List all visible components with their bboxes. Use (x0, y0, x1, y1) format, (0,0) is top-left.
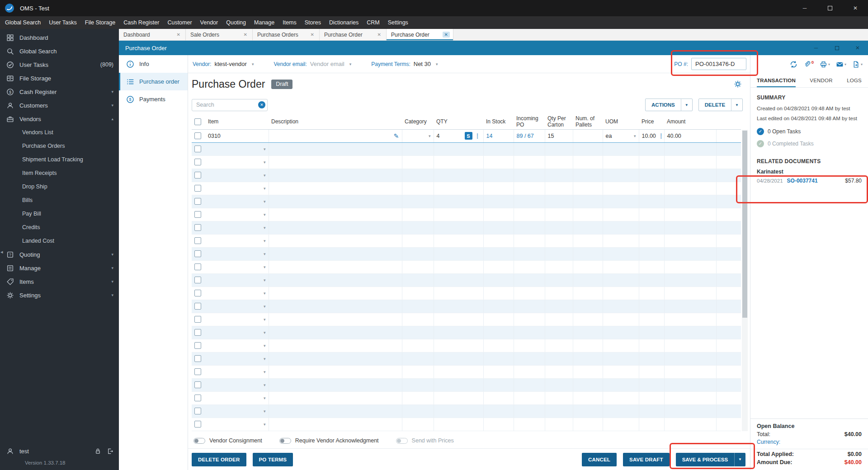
tab-close-icon[interactable]: ✕ (376, 32, 383, 38)
table-row[interactable]: ▾ (192, 195, 741, 208)
row-checkbox[interactable] (194, 329, 201, 336)
table-row[interactable]: ▾ (192, 378, 741, 391)
tab-transaction[interactable]: TRANSACTION (757, 73, 796, 87)
uom-cell[interactable]: ea▾ (603, 129, 639, 142)
menu-quoting[interactable]: Quoting (222, 16, 250, 29)
menu-dictionaries[interactable]: Dictionaries (325, 16, 363, 29)
row-checkbox[interactable] (194, 172, 201, 179)
export-icon[interactable]: ▾ (852, 61, 863, 68)
row-checkbox[interactable] (194, 185, 201, 192)
tab-close-icon[interactable]: ✕ (443, 32, 450, 38)
menu-global-search[interactable]: Global Search (1, 16, 45, 29)
vendor-select[interactable]: Vendor: ktest-vendor ▾ (193, 61, 254, 67)
gear-icon[interactable] (734, 80, 742, 88)
row-checkbox[interactable] (194, 316, 201, 323)
tab-purchase-order[interactable]: Purchase Order✕ (320, 29, 387, 40)
description-cell[interactable]: ✎ (269, 129, 402, 142)
menu-manage[interactable]: Manage (250, 16, 278, 29)
table-row[interactable]: ▾ (192, 234, 741, 247)
chevron-down-icon[interactable]: ▼ (681, 99, 692, 111)
nav-purchase-order[interactable]: Purchase order (119, 73, 188, 90)
table-row[interactable]: ▾ (192, 182, 741, 195)
menu-customer[interactable]: Customer (163, 16, 196, 29)
sidebar-collapse-handle[interactable]: ◂ (0, 249, 3, 255)
table-row[interactable]: ▾ (192, 287, 741, 300)
chevron-down-icon[interactable]: ▾ (264, 173, 266, 178)
sidebar-subitem-purchase-orders[interactable]: Purchase Orders (0, 139, 119, 153)
sidebar-item-file-storage[interactable]: File Storage (0, 71, 119, 85)
row-checkbox[interactable] (194, 408, 201, 414)
sync-icon[interactable] (790, 61, 797, 68)
chevron-down-icon[interactable]: ▾ (264, 186, 266, 191)
chevron-down-icon[interactable]: ▼ (731, 99, 742, 111)
open-tasks-row[interactable]: ✓ 0 Open Tasks (757, 128, 862, 135)
tab-close-icon[interactable]: ✕ (309, 32, 316, 38)
vertical-scrollbar[interactable] (742, 130, 748, 431)
chevron-down-icon[interactable]: ▾ (264, 330, 266, 335)
chevron-down-icon[interactable]: ▾ (264, 357, 266, 361)
inner-restore-button[interactable] (826, 41, 847, 55)
table-row[interactable]: ▾ (192, 273, 741, 287)
item-cell[interactable]: ▾ (205, 169, 269, 182)
row-checkbox[interactable] (194, 342, 201, 349)
table-row[interactable]: ▾ (192, 247, 741, 260)
qty-per-carton-cell[interactable]: 15 (545, 129, 573, 142)
row-checkbox[interactable] (194, 198, 201, 205)
row-checkbox[interactable] (194, 263, 201, 270)
in-stock-cell[interactable]: 14 (483, 129, 514, 142)
row-checkbox[interactable] (194, 237, 201, 244)
item-cell[interactable]: ▾ (205, 391, 269, 404)
sidebar-subitem-shipment-load-tracking[interactable]: Shipment Load Tracking (0, 153, 119, 166)
inner-close-button[interactable]: ✕ (847, 41, 868, 55)
table-row[interactable]: ▾ (192, 352, 741, 365)
incoming-po-cell[interactable]: 89 / 67 (514, 129, 545, 142)
sidebar-item-customers[interactable]: Customers ▾ (0, 99, 119, 112)
chevron-down-icon[interactable]: ▾ (264, 212, 266, 217)
chevron-down-icon[interactable]: ▾ (264, 265, 266, 269)
sidebar-subitem-landed-cost[interactable]: Landed Cost (0, 234, 119, 248)
chevron-down-icon[interactable]: ▾ (264, 396, 266, 400)
sidebar-item-items[interactable]: Items ▾ (0, 275, 119, 288)
sidebar-subitem-vendors-list[interactable]: Vendors List (0, 126, 119, 139)
item-cell[interactable]: 0310 (205, 129, 269, 142)
item-cell[interactable]: ▾ (205, 300, 269, 313)
completed-tasks-row[interactable]: ✓ 0 Completed Tasks (757, 140, 862, 147)
chevron-down-icon[interactable]: ▾ (828, 62, 830, 66)
row-checkbox[interactable] (194, 277, 201, 283)
menu-settings[interactable]: Settings (384, 16, 412, 29)
table-row[interactable]: 0310 ✎ ▾ 4S⋮ 14 89 / 67 15 ea▾ (192, 129, 741, 142)
delete-button[interactable]: DELETE ▼ (698, 99, 743, 111)
item-cell[interactable]: ▾ (205, 339, 269, 352)
menu-vendor[interactable]: Vendor (196, 16, 222, 29)
row-checkbox[interactable] (194, 395, 201, 401)
chevron-down-icon[interactable]: ▾ (264, 370, 266, 374)
minimize-button[interactable]: ─ (792, 0, 817, 16)
item-cell[interactable]: ▾ (205, 155, 269, 169)
sidebar-item-cash-register[interactable]: $ Cash Register ▾ (0, 85, 119, 99)
chevron-down-icon[interactable]: ▾ (264, 409, 266, 414)
chevron-down-icon[interactable]: ▾ (264, 278, 266, 282)
save-draft-button[interactable]: SAVE DRAFT (623, 453, 670, 466)
cancel-button[interactable]: CANCEL (582, 453, 617, 466)
sidebar-subitem-credits[interactable]: Credits (0, 221, 119, 234)
item-cell[interactable]: ▾ (205, 418, 269, 431)
tab-vendor[interactable]: VENDOR (810, 73, 832, 87)
in-stock-link[interactable]: 14 (486, 133, 493, 139)
kebab-menu-icon[interactable]: ⋮ (658, 133, 664, 139)
item-cell[interactable]: ▾ (205, 287, 269, 300)
table-row[interactable]: ▾ (192, 300, 741, 313)
item-cell[interactable]: ▾ (205, 234, 269, 247)
menu-cash-register[interactable]: Cash Register (119, 16, 163, 29)
kebab-menu-icon[interactable]: ⋮ (475, 133, 481, 139)
select-all-checkbox[interactable] (194, 118, 201, 125)
edit-pencil-icon[interactable]: ✎ (394, 132, 399, 140)
save-process-button[interactable]: SAVE & PROCESS ▼ (676, 453, 745, 466)
sidebar-item-vendors[interactable]: Vendors ▴ (0, 112, 119, 126)
sidebar-subitem-item-receipts[interactable]: Item Receipts (0, 166, 119, 180)
chevron-down-icon[interactable]: ▾ (264, 304, 266, 309)
row-checkbox[interactable] (194, 290, 201, 296)
table-row[interactable]: ▾ (192, 313, 741, 326)
logout-icon[interactable] (107, 448, 113, 455)
require-vendor-ack-toggle[interactable]: Require Vendor Acknowledgment (279, 437, 379, 444)
sidebar-item-quoting[interactable]: ? Quoting ▾ (0, 248, 119, 261)
